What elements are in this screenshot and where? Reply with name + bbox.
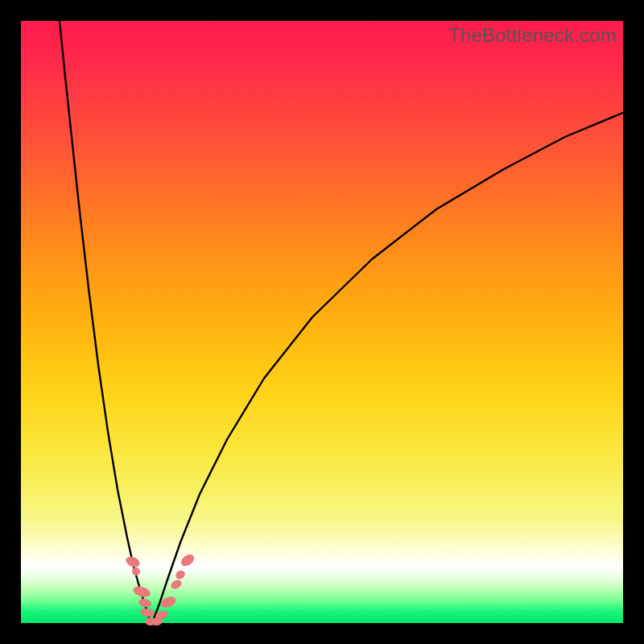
data-marker [169, 578, 183, 591]
marker-layer [124, 552, 196, 626]
right-curve [152, 113, 623, 622]
data-marker [174, 569, 186, 581]
data-marker [132, 568, 140, 576]
left-curve [60, 21, 151, 622]
data-marker [179, 552, 196, 568]
curve-layer [21, 21, 623, 623]
data-marker [138, 597, 152, 608]
data-marker [139, 608, 155, 617]
chart-frame: TheBottleneck.com [0, 0, 644, 644]
plot-area: TheBottleneck.com [21, 21, 623, 623]
